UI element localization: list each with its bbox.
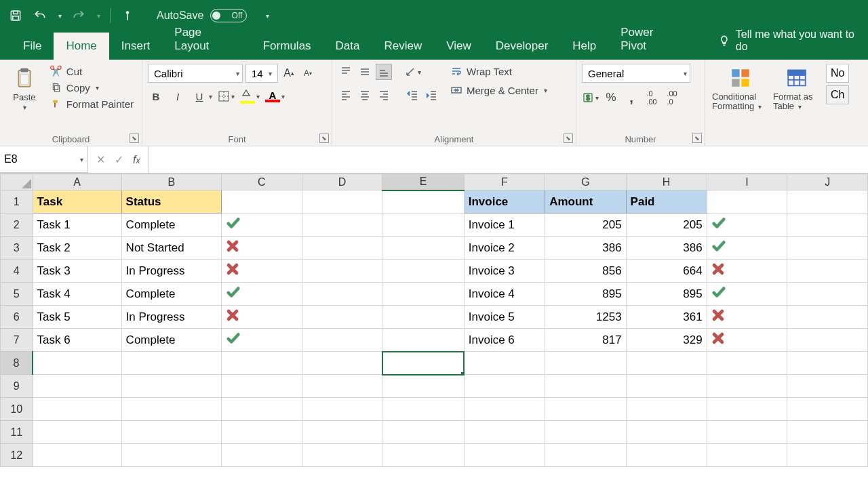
clipboard-dialog-launcher[interactable]: ⬊ [130,134,139,143]
alignment-dialog-launcher[interactable]: ⬊ [564,134,573,143]
cell-D7[interactable] [302,329,382,352]
align-top-icon[interactable] [338,64,354,80]
cell-H1[interactable]: Paid [626,190,707,214]
align-left-icon[interactable] [338,87,354,103]
cell-A3[interactable]: Task 2 [33,237,121,260]
cell-I3[interactable] [707,237,787,260]
cancel-formula-icon[interactable]: ✕ [96,153,105,166]
cell-E12[interactable] [382,444,464,467]
cell-G5[interactable]: 895 [545,283,626,306]
col-header-J[interactable]: J [787,174,868,190]
accounting-format-button[interactable]: $▾ [582,92,599,104]
cell-G7[interactable]: 817 [545,329,626,352]
cell-G6[interactable]: 1253 [545,306,626,329]
cell-E5[interactable] [382,283,464,306]
row-header-1[interactable]: 1 [1,190,33,214]
row-header-10[interactable]: 10 [1,398,33,421]
font-color-button[interactable]: A▾ [265,91,285,102]
cell-D11[interactable] [302,421,382,444]
row-header-4[interactable]: 4 [1,260,33,283]
cell-F7[interactable]: Invoice 6 [464,329,545,352]
merge-center-button[interactable]: Merge & Center▾ [448,83,550,98]
cell-D2[interactable] [302,214,382,237]
tab-help[interactable]: Help [560,33,608,60]
borders-button[interactable]: ▾ [218,90,235,102]
cell-D8[interactable] [302,352,382,375]
cell-C7[interactable] [221,329,302,352]
col-header-E[interactable]: E [382,174,464,190]
cell-D6[interactable] [302,306,382,329]
orientation-button[interactable]: ▾ [404,66,421,78]
select-all-corner[interactable] [1,174,33,190]
cell-H8[interactable] [626,352,707,375]
worksheet-grid[interactable]: ABCDEFGHIJ1TaskStatusInvoiceAmountPaid2T… [0,174,868,467]
copy-button[interactable]: Copy▾ [47,80,136,95]
cell-H11[interactable] [626,421,707,444]
cell-I5[interactable] [707,283,787,306]
name-box[interactable]: E8▾ [0,146,88,173]
cell-I4[interactable] [707,260,787,283]
increase-indent-icon[interactable] [423,87,439,103]
tab-data[interactable]: Data [323,33,372,60]
cell-F12[interactable] [464,444,545,467]
cell-I2[interactable] [707,214,787,237]
cell-I9[interactable] [707,375,787,398]
cell-F6[interactable]: Invoice 5 [464,306,545,329]
cell-F10[interactable] [464,398,545,421]
cell-B1[interactable]: Status [121,190,221,214]
cell-D10[interactable] [302,398,382,421]
tab-file[interactable]: File [11,33,54,60]
col-header-I[interactable]: I [707,174,787,190]
cell-F9[interactable] [464,375,545,398]
cell-H4[interactable]: 664 [626,260,707,283]
col-header-C[interactable]: C [221,174,302,190]
cell-D12[interactable] [302,444,382,467]
cell-D9[interactable] [302,375,382,398]
row-header-11[interactable]: 11 [1,421,33,444]
font-dialog-launcher[interactable]: ⬊ [319,134,329,143]
cell-C3[interactable] [221,237,302,260]
cell-E1[interactable] [382,190,464,214]
cell-G8[interactable] [545,352,626,375]
cell-E6[interactable] [382,306,464,329]
cell-E9[interactable] [382,375,464,398]
bold-button[interactable]: B [148,88,164,104]
cell-H7[interactable]: 329 [626,329,707,352]
cell-J3[interactable] [787,237,868,260]
italic-button[interactable]: I [170,88,186,104]
cell-J7[interactable] [787,329,868,352]
tab-page-layout[interactable]: Page Layout [162,19,250,60]
align-bottom-icon[interactable] [376,64,392,80]
tab-formulas[interactable]: Formulas [251,33,323,60]
cell-H9[interactable] [626,375,707,398]
cell-H10[interactable] [626,398,707,421]
cell-G12[interactable] [545,444,626,467]
cell-G9[interactable] [545,375,626,398]
font-size-combo[interactable]: 14▾ [245,64,278,83]
fill-color-button[interactable]: ▾ [240,89,260,104]
cell-I8[interactable] [707,352,787,375]
cell-C8[interactable] [221,352,302,375]
cell-B3[interactable]: Not Started [121,237,221,260]
cell-D4[interactable] [302,260,382,283]
row-header-8[interactable]: 8 [1,352,33,375]
cell-B11[interactable] [121,421,221,444]
cell-F2[interactable]: Invoice 1 [464,214,545,237]
cell-A10[interactable] [33,398,121,421]
cell-A5[interactable]: Task 4 [33,283,121,306]
cell-C5[interactable] [221,283,302,306]
cell-F11[interactable] [464,421,545,444]
row-header-9[interactable]: 9 [1,375,33,398]
cell-A4[interactable]: Task 3 [33,260,121,283]
cell-J4[interactable] [787,260,868,283]
cell-B6[interactable]: In Progress [121,306,221,329]
number-dialog-launcher[interactable]: ⬊ [692,134,702,143]
cell-G3[interactable]: 386 [545,237,626,260]
cell-C1[interactable] [221,190,302,214]
conditional-formatting-button[interactable]: Conditional Formatting ▾ [711,64,770,113]
cell-J11[interactable] [787,421,868,444]
cell-F4[interactable]: Invoice 3 [464,260,545,283]
cell-E3[interactable] [382,237,464,260]
cell-C2[interactable] [221,214,302,237]
decrease-indent-icon[interactable] [404,87,420,103]
